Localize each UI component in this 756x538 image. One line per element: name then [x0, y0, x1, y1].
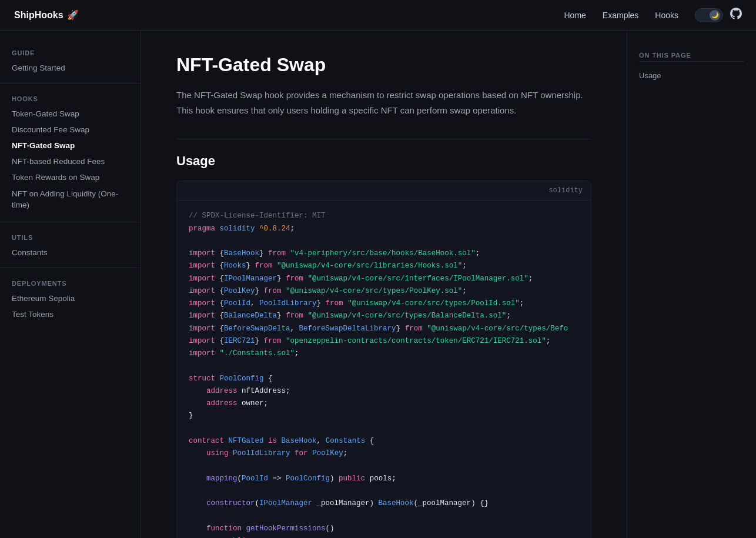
sidebar-section-label-hooks: Hooks [0, 91, 141, 106]
sidebar-item-test-tokens[interactable]: Test Tokens [0, 306, 141, 322]
sidebar-section-label-guide: Guide [0, 45, 141, 60]
nav-examples[interactable]: Examples [603, 11, 638, 20]
sidebar-section-label-utils: Utils [0, 229, 141, 245]
nav-home[interactable]: Home [564, 11, 586, 20]
sidebar-item-nft-based-reduced-fees[interactable]: NFT-based Reduced Fees [0, 153, 141, 169]
left-sidebar: Guide Getting Started Hooks Token-Gated … [0, 31, 141, 538]
sidebar-section-deployments: Deployments Ethereum Sepolia Test Tokens [0, 275, 141, 322]
sidebar-section-label-deployments: Deployments [0, 275, 141, 290]
theme-toggle[interactable]: 🌙 [695, 8, 723, 22]
theme-toggle-icon: 🌙 [710, 10, 720, 21]
right-sidebar: On this page Usage [627, 31, 756, 538]
sidebar-item-getting-started[interactable]: Getting Started [0, 60, 141, 76]
page-description: The NFT-Gated Swap hook provides a mecha… [176, 88, 588, 118]
sidebar-item-token-gated-swap[interactable]: Token-Gated Swap [0, 106, 141, 122]
nav-links: Home Examples Hooks [564, 11, 678, 20]
sidebar-section-hooks: Hooks Token-Gated Swap Discounted Fee Sw… [0, 91, 141, 215]
sidebar-section-utils: Utils Constants [0, 229, 141, 260]
section-divider [176, 139, 591, 139]
main-content: NFT-Gated Swap The NFT-Gated Swap hook p… [141, 31, 627, 538]
sidebar-item-token-rewards-on-swap[interactable]: Token Rewards on Swap [0, 169, 141, 185]
brand: ShipHooks 🚀 [14, 9, 564, 21]
sidebar-item-constants[interactable]: Constants [0, 245, 141, 260]
sidebar-item-ethereum-sepolia[interactable]: Ethereum Sepolia [0, 290, 141, 306]
sidebar-divider-2 [0, 222, 141, 222]
code-block: solidity // SPDX-License-Identifier: MIT… [176, 181, 591, 538]
sidebar-divider-1 [0, 83, 141, 83]
sidebar-item-discounted-fee-swap[interactable]: Discounted Fee Swap [0, 122, 141, 138]
on-this-page-item-usage[interactable]: Usage [639, 69, 744, 82]
on-this-page-title: On this page [639, 47, 744, 62]
code-lang-tag: solidity [177, 181, 591, 201]
sidebar-item-nft-gated-swap[interactable]: NFT-Gated Swap [0, 138, 141, 153]
sidebar-divider-3 [0, 268, 141, 268]
top-navigation: ShipHooks 🚀 Home Examples Hooks 🌙 [0, 0, 756, 31]
nav-hooks[interactable]: Hooks [655, 11, 678, 20]
page-title: NFT-Gated Swap [176, 54, 591, 76]
sidebar-item-nft-on-adding-liquidity[interactable]: NFT on Adding Liquidity (One-time) [0, 185, 141, 215]
lang-label: solidity [548, 185, 583, 196]
github-icon[interactable] [730, 8, 742, 22]
brand-emoji: 🚀 [67, 9, 79, 21]
code-content: // SPDX-License-Identifier: MIT pragma s… [177, 201, 591, 538]
nav-actions: 🌙 [695, 8, 742, 22]
layout: Guide Getting Started Hooks Token-Gated … [0, 31, 756, 538]
sidebar-section-guide: Guide Getting Started [0, 45, 141, 76]
brand-name: ShipHooks [14, 10, 63, 21]
usage-title: Usage [176, 153, 591, 169]
